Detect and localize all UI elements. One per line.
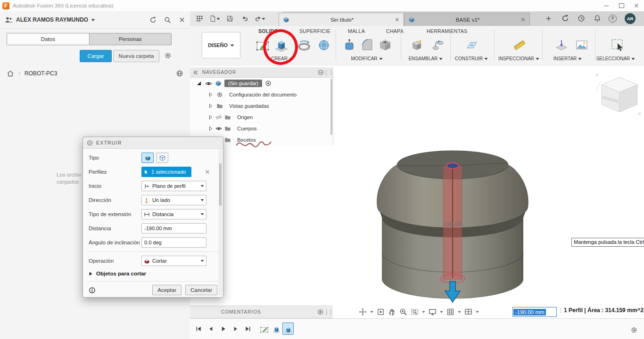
ribbon-tab-solid[interactable]: SOLIDO (258, 28, 278, 34)
caret-down-icon[interactable] (458, 310, 461, 314)
document-tab-active[interactable]: Sin título* (279, 13, 404, 26)
type-thin-button[interactable] (156, 153, 168, 163)
timeline-sketch-feature[interactable] (259, 323, 269, 334)
expanded-arrow-icon[interactable] (197, 81, 201, 86)
info-icon[interactable] (89, 287, 96, 294)
press-pull-button[interactable] (340, 36, 358, 54)
expand-arrow-icon[interactable] (209, 92, 213, 97)
clock-icon[interactable] (576, 13, 587, 24)
undo-button[interactable] (239, 13, 250, 24)
new-tab-button[interactable] (543, 13, 554, 24)
timeline-gear-icon[interactable] (630, 326, 638, 334)
drag-handle-icon[interactable]: ⋮ (558, 307, 564, 314)
grid-settings-button[interactable] (446, 308, 454, 316)
root-document-label[interactable]: (Sin guardar) (224, 80, 262, 87)
visibility-eye-icon[interactable] (205, 80, 212, 87)
file-menu-button[interactable] (209, 13, 220, 24)
account-avatar[interactable]: AR (625, 13, 636, 24)
upload-button[interactable]: Cargar (80, 50, 112, 62)
timeline-skip-end-button[interactable] (242, 323, 253, 334)
extrude-button[interactable] (272, 36, 290, 54)
extrude-dialog-header[interactable]: EXTRUIR (83, 137, 223, 149)
joint-button[interactable] (429, 36, 447, 54)
search-icon[interactable] (164, 16, 171, 24)
timeline-step-back-button[interactable] (205, 323, 216, 334)
canvas-button[interactable] (573, 36, 591, 54)
browser-header[interactable]: NAVEGADOR (190, 67, 333, 78)
display-settings-button[interactable] (429, 308, 437, 316)
extent-type-dropdown[interactable]: Distancia (141, 209, 206, 219)
browser-item-doc-settings[interactable]: Configuración del documento (190, 89, 333, 100)
insert-button[interactable] (553, 36, 570, 54)
ribbon-tab-tools[interactable]: HERRAMIENTAS (427, 28, 467, 34)
browser-root-row[interactable]: (Sin guardar) (190, 78, 333, 89)
timeline-skip-start-button[interactable] (193, 323, 204, 334)
visibility-eye-icon[interactable] (215, 125, 222, 132)
minimize-button[interactable] (599, 0, 614, 11)
cancel-button[interactable]: Cancelar (185, 285, 217, 295)
measure-button[interactable] (511, 36, 528, 54)
taper-angle-input[interactable] (141, 237, 206, 248)
look-at-button[interactable] (377, 308, 385, 316)
comments-panel[interactable]: COMENTARIOS (190, 306, 333, 318)
fillet-button[interactable] (358, 36, 376, 54)
close-button[interactable] (629, 0, 644, 11)
caret-down-icon[interactable] (476, 310, 479, 314)
timeline-extrude-feature-active[interactable] (282, 323, 294, 335)
tab-personas[interactable]: Personas (89, 33, 172, 45)
ok-button[interactable]: Aceptar (152, 285, 182, 295)
distance-value-input[interactable]: -190.00 mm (512, 307, 557, 317)
close-tab-icon[interactable] (395, 17, 400, 22)
app-grid-menu-button[interactable] (194, 13, 205, 24)
shell-button[interactable] (376, 36, 394, 54)
breadcrumb-project[interactable]: ROBOT-PC3 (25, 70, 57, 77)
maximize-button[interactable] (614, 0, 629, 11)
group-select[interactable]: SELECCIONAR (585, 56, 644, 61)
clear-selection-icon[interactable] (205, 169, 210, 175)
caret-down-icon[interactable] (440, 310, 443, 314)
ribbon-tab-mesh[interactable]: MALLA (348, 28, 365, 34)
zoom-button[interactable] (399, 308, 407, 316)
dialog-scrollbar[interactable] (219, 149, 223, 295)
new-component-button[interactable] (408, 36, 426, 54)
browser-item-origin[interactable]: Origen (190, 112, 333, 123)
redo-button[interactable] (254, 13, 265, 24)
profiles-selection-button[interactable]: 1 seleccionado (141, 167, 191, 177)
new-folder-button[interactable]: Nueva carpeta (113, 50, 159, 62)
settings-gear-icon[interactable] (164, 52, 172, 59)
start-dropdown[interactable]: Plano de perfil (141, 181, 206, 191)
viewport[interactable]: 190.00 FRONTAL Z X Mantenga pulsada la t… (190, 66, 644, 318)
orbit-button[interactable] (359, 308, 367, 316)
refresh-icon[interactable] (149, 16, 157, 24)
browser-scrollbar[interactable] (330, 79, 332, 135)
close-tab-icon[interactable] (520, 17, 526, 22)
viewcube[interactable]: FRONTAL Z X (593, 71, 643, 117)
collapse-panel-icon[interactable] (318, 69, 324, 75)
collapse-left-icon[interactable] (193, 70, 198, 75)
construct-plane-button[interactable] (463, 36, 481, 54)
collapse-dialog-icon[interactable] (87, 140, 93, 146)
caret-down-icon[interactable] (370, 310, 373, 314)
panel-grip[interactable] (326, 309, 331, 315)
pan-button[interactable] (388, 308, 396, 316)
timeline-step-forward-button[interactable] (230, 323, 241, 334)
expand-arrow-icon[interactable] (209, 104, 213, 108)
selected-profile[interactable] (446, 163, 459, 169)
viewports-button[interactable] (464, 308, 472, 316)
globe-icon[interactable] (176, 70, 183, 77)
activate-target-icon[interactable] (265, 80, 272, 87)
revolve-button[interactable] (295, 36, 313, 54)
distance-input[interactable] (141, 223, 206, 234)
job-status-icon[interactable] (560, 13, 571, 24)
help-icon[interactable]: ? (607, 13, 618, 24)
browser-item-named-views[interactable]: Vistas guardadas (190, 100, 333, 112)
group-modify[interactable]: MODIFICAR (339, 56, 395, 61)
document-tab-inactive[interactable]: BASE v1* (404, 13, 530, 26)
hub-name[interactable]: ALEX RAMOS RAYMUNDO (16, 16, 88, 23)
objects-to-cut-section[interactable]: Objetos para cortar (83, 268, 223, 279)
visibility-off-icon[interactable] (215, 114, 222, 121)
create-form-button[interactable] (315, 36, 333, 54)
caret-down-icon[interactable] (422, 310, 425, 314)
ribbon-tab-surface[interactable]: SUPERFICIE (299, 28, 330, 34)
expand-arrow-icon[interactable] (209, 115, 213, 120)
